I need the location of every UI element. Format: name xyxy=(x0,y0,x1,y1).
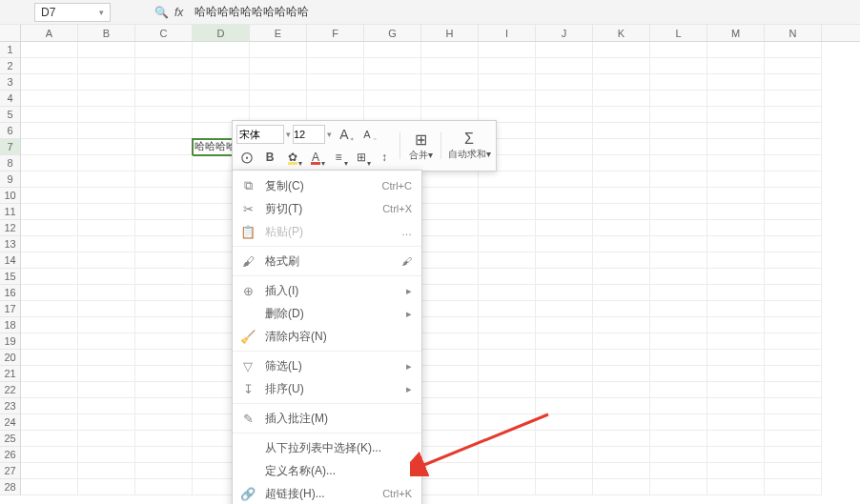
cell[interactable] xyxy=(78,479,135,495)
cell[interactable] xyxy=(21,188,78,204)
cell[interactable] xyxy=(193,91,250,107)
menu-item[interactable]: ✂剪切(T)Ctrl+X xyxy=(233,197,421,220)
cell[interactable] xyxy=(650,431,707,447)
cell[interactable] xyxy=(707,139,765,155)
cell[interactable] xyxy=(650,269,707,285)
cell[interactable] xyxy=(765,171,822,188)
cell[interactable] xyxy=(765,333,822,350)
cell[interactable] xyxy=(307,58,364,74)
cell[interactable] xyxy=(479,188,536,204)
cell[interactable] xyxy=(650,107,707,123)
cell[interactable] xyxy=(21,58,78,74)
cell[interactable] xyxy=(707,74,765,91)
cell[interactable] xyxy=(536,366,593,382)
cell[interactable] xyxy=(78,350,135,366)
cell[interactable] xyxy=(479,204,536,220)
column-header[interactable]: F xyxy=(307,25,364,41)
cell[interactable] xyxy=(707,204,765,220)
cell[interactable] xyxy=(707,155,765,171)
cell[interactable] xyxy=(479,42,536,58)
cell[interactable] xyxy=(593,236,650,252)
cell[interactable] xyxy=(593,366,650,382)
cell[interactable] xyxy=(765,155,822,171)
cell[interactable] xyxy=(135,269,193,285)
column-header[interactable]: K xyxy=(593,25,650,41)
cell[interactable] xyxy=(707,317,765,333)
cell[interactable] xyxy=(536,350,593,366)
cell[interactable] xyxy=(421,350,479,366)
cell[interactable] xyxy=(536,285,593,301)
cell[interactable] xyxy=(650,414,707,431)
cell[interactable] xyxy=(21,204,78,220)
cell[interactable] xyxy=(765,269,822,285)
cell[interactable] xyxy=(479,414,536,431)
bold-button[interactable]: B xyxy=(259,147,280,168)
menu-item[interactable]: 定义名称(A)... xyxy=(233,459,421,482)
cell[interactable] xyxy=(707,301,765,317)
cell[interactable] xyxy=(593,139,650,155)
cell[interactable] xyxy=(593,414,650,431)
cell[interactable] xyxy=(135,317,193,333)
cell[interactable] xyxy=(250,74,307,91)
cell[interactable] xyxy=(707,333,765,350)
row-header[interactable]: 26 xyxy=(0,447,20,463)
name-box[interactable]: D7 ▾ xyxy=(34,3,111,22)
row-header[interactable]: 27 xyxy=(0,463,20,479)
cell[interactable] xyxy=(78,285,135,301)
cell[interactable] xyxy=(135,366,193,382)
cell[interactable] xyxy=(707,220,765,236)
cell[interactable] xyxy=(650,398,707,414)
merge-button[interactable]: ⊞ 合并▾ xyxy=(405,129,436,163)
cell[interactable] xyxy=(78,366,135,382)
cell[interactable] xyxy=(479,398,536,414)
cell[interactable] xyxy=(593,333,650,350)
cell[interactable] xyxy=(536,333,593,350)
cell[interactable] xyxy=(593,317,650,333)
cell[interactable] xyxy=(765,431,822,447)
cell[interactable] xyxy=(421,269,479,285)
cell[interactable] xyxy=(135,398,193,414)
cell[interactable] xyxy=(765,220,822,236)
cell[interactable] xyxy=(479,479,536,495)
cell[interactable] xyxy=(536,301,593,317)
cell[interactable] xyxy=(421,398,479,414)
cell[interactable] xyxy=(765,123,822,139)
cell[interactable] xyxy=(307,74,364,91)
cell[interactable] xyxy=(593,463,650,479)
cell[interactable] xyxy=(78,431,135,447)
cell[interactable] xyxy=(593,74,650,91)
cell[interactable] xyxy=(193,42,250,58)
cell[interactable] xyxy=(536,479,593,495)
cell[interactable] xyxy=(421,463,479,479)
cell[interactable] xyxy=(593,42,650,58)
cell[interactable] xyxy=(21,171,78,188)
cell[interactable] xyxy=(135,107,193,123)
row-header[interactable]: 24 xyxy=(0,414,20,431)
cell[interactable] xyxy=(364,91,421,107)
cell[interactable] xyxy=(421,317,479,333)
cell[interactable] xyxy=(650,42,707,58)
cell[interactable] xyxy=(21,431,78,447)
fx-label[interactable]: fx xyxy=(174,6,183,19)
cell[interactable] xyxy=(536,447,593,463)
cell[interactable] xyxy=(364,58,421,74)
cell[interactable] xyxy=(135,188,193,204)
cell[interactable] xyxy=(78,42,135,58)
cell[interactable] xyxy=(707,285,765,301)
cell[interactable] xyxy=(78,74,135,91)
cell[interactable] xyxy=(21,414,78,431)
chevron-down-icon[interactable]: ▾ xyxy=(99,8,104,17)
cell[interactable] xyxy=(135,171,193,188)
menu-item[interactable]: ✎插入批注(M) xyxy=(233,407,421,430)
cell[interactable] xyxy=(593,382,650,398)
cell[interactable] xyxy=(135,350,193,366)
cell[interactable] xyxy=(650,139,707,155)
cell[interactable] xyxy=(135,431,193,447)
increase-font-button[interactable]: A⁺ xyxy=(334,124,355,145)
cell[interactable] xyxy=(135,58,193,74)
cell[interactable] xyxy=(421,366,479,382)
font-name-input[interactable] xyxy=(236,125,284,144)
cell[interactable] xyxy=(707,58,765,74)
cell[interactable] xyxy=(193,74,250,91)
row-header[interactable]: 18 xyxy=(0,317,20,333)
